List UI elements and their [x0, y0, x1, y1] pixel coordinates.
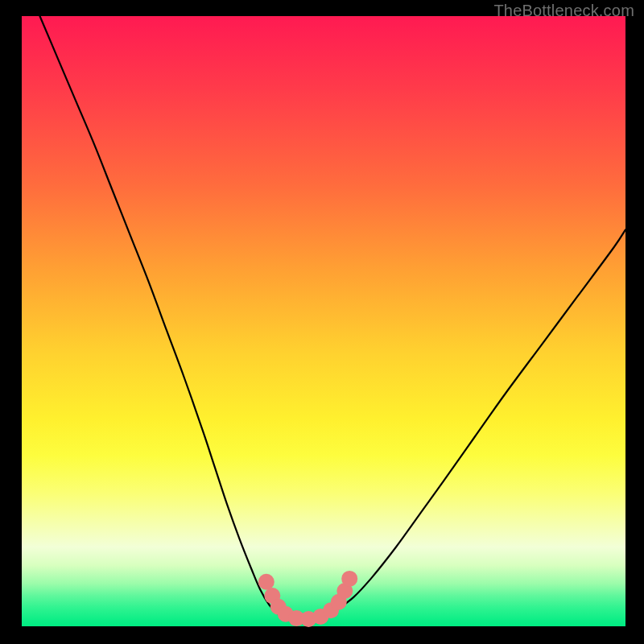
optimal-marker-dot — [341, 571, 357, 587]
optimal-marker-group — [258, 571, 357, 627]
chart-svg — [22, 16, 625, 626]
plot-area — [22, 16, 625, 626]
bottleneck-curve-path — [40, 16, 626, 620]
optimal-marker-dot — [258, 574, 275, 590]
chart-frame: TheBottleneck.com — [0, 0, 644, 644]
